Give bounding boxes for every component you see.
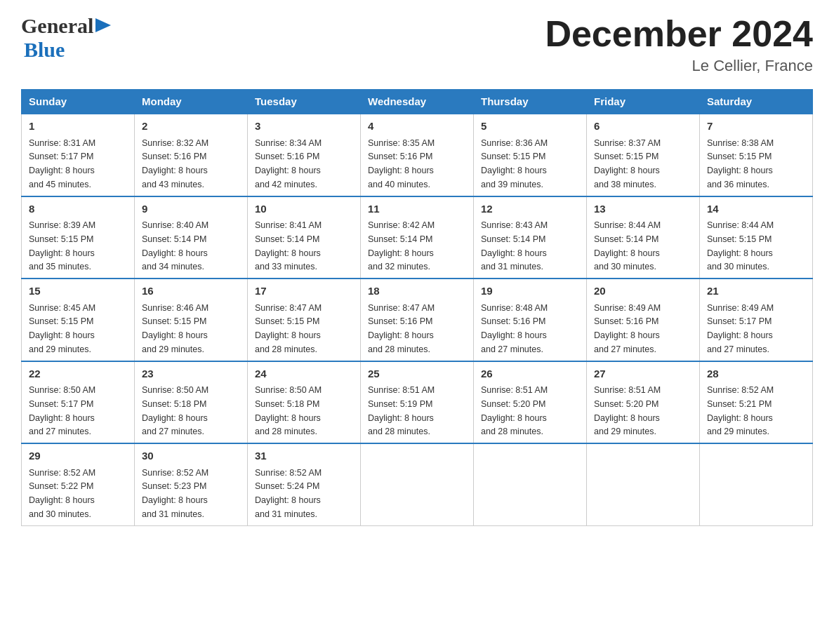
logo-arrow-icon <box>95 18 111 32</box>
day-number: 20 <box>594 283 692 300</box>
col-wednesday: Wednesday <box>361 90 474 114</box>
table-row: 2 Sunrise: 8:32 AMSunset: 5:16 PMDayligh… <box>135 114 248 196</box>
day-info: Sunrise: 8:49 AMSunset: 5:16 PMDaylight:… <box>594 303 661 354</box>
table-row: 13 Sunrise: 8:44 AMSunset: 5:14 PMDaylig… <box>587 196 700 279</box>
col-saturday: Saturday <box>700 90 813 114</box>
page-header: General Blue December 2024 Le Cellier, F… <box>21 14 813 75</box>
table-row: 1 Sunrise: 8:31 AMSunset: 5:17 PMDayligh… <box>22 114 135 196</box>
day-number: 1 <box>29 119 127 135</box>
day-number: 30 <box>142 448 240 464</box>
day-number: 17 <box>255 283 353 300</box>
table-row: 11 Sunrise: 8:42 AMSunset: 5:14 PMDaylig… <box>361 196 474 279</box>
day-info: Sunrise: 8:38 AMSunset: 5:15 PMDaylight:… <box>707 138 774 189</box>
day-number: 29 <box>29 448 127 464</box>
table-row: 8 Sunrise: 8:39 AMSunset: 5:15 PMDayligh… <box>22 196 135 279</box>
table-row: 10 Sunrise: 8:41 AMSunset: 5:14 PMDaylig… <box>248 196 361 279</box>
table-row <box>700 443 813 525</box>
day-number: 27 <box>594 366 692 382</box>
calendar-header-row: Sunday Monday Tuesday Wednesday Thursday… <box>22 90 813 114</box>
table-row: 28 Sunrise: 8:52 AMSunset: 5:21 PMDaylig… <box>700 361 813 444</box>
day-number: 10 <box>255 201 353 217</box>
day-info: Sunrise: 8:51 AMSunset: 5:20 PMDaylight:… <box>481 385 548 436</box>
day-number: 15 <box>29 283 127 300</box>
day-info: Sunrise: 8:52 AMSunset: 5:23 PMDaylight:… <box>142 468 208 519</box>
day-number: 24 <box>255 366 353 382</box>
logo: General Blue <box>21 14 111 62</box>
table-row: 30 Sunrise: 8:52 AMSunset: 5:23 PMDaylig… <box>135 443 248 525</box>
day-number: 31 <box>255 448 353 464</box>
col-sunday: Sunday <box>22 90 135 114</box>
day-number: 16 <box>142 283 240 300</box>
day-info: Sunrise: 8:51 AMSunset: 5:19 PMDaylight:… <box>368 385 435 436</box>
day-number: 22 <box>29 366 127 382</box>
table-row <box>361 443 474 525</box>
table-row: 26 Sunrise: 8:51 AMSunset: 5:20 PMDaylig… <box>474 361 587 444</box>
day-number: 11 <box>368 201 466 217</box>
day-number: 26 <box>481 366 579 382</box>
day-info: Sunrise: 8:35 AMSunset: 5:16 PMDaylight:… <box>368 138 435 189</box>
table-row: 24 Sunrise: 8:50 AMSunset: 5:18 PMDaylig… <box>248 361 361 444</box>
day-number: 2 <box>142 119 240 135</box>
day-info: Sunrise: 8:40 AMSunset: 5:14 PMDaylight:… <box>142 220 208 271</box>
table-row: 15 Sunrise: 8:45 AMSunset: 5:15 PMDaylig… <box>22 279 135 361</box>
col-monday: Monday <box>135 90 248 114</box>
logo-general-text: General <box>21 14 93 38</box>
col-tuesday: Tuesday <box>248 90 361 114</box>
day-info: Sunrise: 8:44 AMSunset: 5:14 PMDaylight:… <box>594 220 661 271</box>
day-number: 25 <box>368 366 466 382</box>
day-number: 12 <box>481 201 579 217</box>
day-info: Sunrise: 8:45 AMSunset: 5:15 PMDaylight:… <box>29 303 95 354</box>
table-row: 5 Sunrise: 8:36 AMSunset: 5:15 PMDayligh… <box>474 114 587 196</box>
table-row: 27 Sunrise: 8:51 AMSunset: 5:20 PMDaylig… <box>587 361 700 444</box>
day-info: Sunrise: 8:42 AMSunset: 5:14 PMDaylight:… <box>368 220 435 271</box>
day-info: Sunrise: 8:47 AMSunset: 5:16 PMDaylight:… <box>368 303 435 354</box>
day-info: Sunrise: 8:34 AMSunset: 5:16 PMDaylight:… <box>255 138 322 189</box>
day-number: 28 <box>707 366 805 382</box>
day-number: 18 <box>368 283 466 300</box>
table-row: 6 Sunrise: 8:37 AMSunset: 5:15 PMDayligh… <box>587 114 700 196</box>
table-row: 22 Sunrise: 8:50 AMSunset: 5:17 PMDaylig… <box>22 361 135 444</box>
day-info: Sunrise: 8:47 AMSunset: 5:15 PMDaylight:… <box>255 303 322 354</box>
day-info: Sunrise: 8:52 AMSunset: 5:21 PMDaylight:… <box>707 385 774 436</box>
table-row: 4 Sunrise: 8:35 AMSunset: 5:16 PMDayligh… <box>361 114 474 196</box>
day-info: Sunrise: 8:41 AMSunset: 5:14 PMDaylight:… <box>255 220 322 271</box>
day-number: 23 <box>142 366 240 382</box>
day-number: 3 <box>255 119 353 135</box>
table-row <box>587 443 700 525</box>
table-row: 23 Sunrise: 8:50 AMSunset: 5:18 PMDaylig… <box>135 361 248 444</box>
day-info: Sunrise: 8:51 AMSunset: 5:20 PMDaylight:… <box>594 385 661 436</box>
title-block: December 2024 Le Cellier, France <box>545 14 813 75</box>
day-info: Sunrise: 8:44 AMSunset: 5:15 PMDaylight:… <box>707 220 774 271</box>
table-row: 12 Sunrise: 8:43 AMSunset: 5:14 PMDaylig… <box>474 196 587 279</box>
day-number: 6 <box>594 119 692 135</box>
table-row: 14 Sunrise: 8:44 AMSunset: 5:15 PMDaylig… <box>700 196 813 279</box>
calendar-table: Sunday Monday Tuesday Wednesday Thursday… <box>21 89 813 526</box>
day-number: 14 <box>707 201 805 217</box>
table-row: 21 Sunrise: 8:49 AMSunset: 5:17 PMDaylig… <box>700 279 813 361</box>
table-row: 20 Sunrise: 8:49 AMSunset: 5:16 PMDaylig… <box>587 279 700 361</box>
day-info: Sunrise: 8:37 AMSunset: 5:15 PMDaylight:… <box>594 138 661 189</box>
day-info: Sunrise: 8:43 AMSunset: 5:14 PMDaylight:… <box>481 220 548 271</box>
day-number: 21 <box>707 283 805 300</box>
col-thursday: Thursday <box>474 90 587 114</box>
table-row: 29 Sunrise: 8:52 AMSunset: 5:22 PMDaylig… <box>22 443 135 525</box>
table-row: 18 Sunrise: 8:47 AMSunset: 5:16 PMDaylig… <box>361 279 474 361</box>
day-info: Sunrise: 8:36 AMSunset: 5:15 PMDaylight:… <box>481 138 548 189</box>
day-number: 7 <box>707 119 805 135</box>
table-row: 19 Sunrise: 8:48 AMSunset: 5:16 PMDaylig… <box>474 279 587 361</box>
page-subtitle: Le Cellier, France <box>545 57 813 75</box>
calendar-week-row: 22 Sunrise: 8:50 AMSunset: 5:17 PMDaylig… <box>22 361 813 444</box>
table-row: 7 Sunrise: 8:38 AMSunset: 5:15 PMDayligh… <box>700 114 813 196</box>
table-row <box>474 443 587 525</box>
day-number: 9 <box>142 201 240 217</box>
svg-marker-0 <box>95 18 111 32</box>
table-row: 16 Sunrise: 8:46 AMSunset: 5:15 PMDaylig… <box>135 279 248 361</box>
day-info: Sunrise: 8:39 AMSunset: 5:15 PMDaylight:… <box>29 220 95 271</box>
col-friday: Friday <box>587 90 700 114</box>
calendar-week-row: 29 Sunrise: 8:52 AMSunset: 5:22 PMDaylig… <box>22 443 813 525</box>
day-number: 13 <box>594 201 692 217</box>
page-title: December 2024 <box>545 14 813 54</box>
logo-blue-text: Blue <box>24 38 65 61</box>
day-number: 19 <box>481 283 579 300</box>
calendar-week-row: 15 Sunrise: 8:45 AMSunset: 5:15 PMDaylig… <box>22 279 813 361</box>
